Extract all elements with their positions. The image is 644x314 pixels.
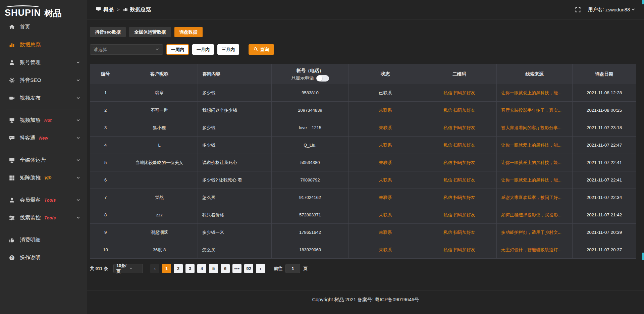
- scrollbar-thumb[interactable]: [642, 253, 644, 260]
- more-pages-button[interactable]: •••: [232, 264, 241, 273]
- filter-row: 请选择 一周内 一月内 三月内 查询: [90, 44, 636, 55]
- source-link[interactable]: 无主灯设计，智能磁吸轨道灯...: [497, 241, 573, 259]
- sidebar-item-video-publish[interactable]: 视频发布: [0, 89, 87, 107]
- source-link[interactable]: 客厅安装投影半年多了，真实...: [497, 102, 573, 119]
- sidebar-item-label: 抖音SEO: [20, 77, 41, 84]
- chevron-down-icon: [76, 157, 80, 163]
- qrcode-link[interactable]: 私信 扫码加好友: [422, 224, 497, 241]
- page-button-1[interactable]: 1: [162, 264, 171, 273]
- cell-account: Q_Liu.: [272, 137, 349, 154]
- sliders-icon: [9, 215, 15, 221]
- account-header-label: 帐号（电话）: [275, 66, 345, 75]
- page-button-3[interactable]: 3: [185, 264, 195, 273]
- source-link[interactable]: 让你一眼就爱上的黑科技，能...: [497, 137, 573, 154]
- scrollbar-thumb[interactable]: [642, 0, 644, 4]
- status-badge: 未联系: [349, 241, 422, 259]
- cell-nickname: zzz: [121, 206, 198, 224]
- cell-content: 说说价格让我死心: [198, 154, 272, 171]
- cell-nickname: 不可一世: [121, 102, 198, 119]
- sidebar-item-data-overview[interactable]: 数据总览: [0, 36, 87, 54]
- cell-account: 9583810: [272, 84, 349, 102]
- fullscreen-icon[interactable]: [575, 7, 581, 12]
- qrcode-link[interactable]: 私信 扫码加好友: [422, 102, 497, 119]
- user-icon: [9, 60, 15, 65]
- qrcode-link[interactable]: 私信 扫码加好友: [422, 171, 497, 189]
- qrcode-link[interactable]: 私信 扫码加好友: [422, 154, 497, 171]
- page-button-92[interactable]: 92: [244, 264, 253, 273]
- range-month-button[interactable]: 一月内: [192, 44, 214, 55]
- source-link[interactable]: 让你一眼就爱上的黑科技，能...: [497, 154, 573, 171]
- search-button[interactable]: 查询: [249, 44, 274, 55]
- goto-suffix: 页: [303, 266, 308, 272]
- sidebar-item-matrix-boost[interactable]: 矩阵助推 VIP: [0, 169, 87, 187]
- status-badge: 未联系: [349, 119, 422, 137]
- sidebar-item-account-mgmt[interactable]: 账号管理: [0, 54, 87, 71]
- source-link[interactable]: 感谢大家喜欢我家，被问了好...: [497, 189, 573, 206]
- goto-page-input[interactable]: [285, 264, 300, 273]
- app-window: SHUPIN 树品 首页 数据总览 账号管理: [0, 0, 644, 314]
- qrcode-link[interactable]: 私信 扫码加好友: [422, 84, 497, 102]
- new-badge: New: [39, 136, 48, 141]
- source-link[interactable]: 如何正确选择投影仪，买投影...: [497, 206, 573, 224]
- sidebar-item-home[interactable]: 首页: [0, 18, 87, 36]
- show-phone-toggle[interactable]: [316, 75, 329, 82]
- breadcrumb-app[interactable]: 树品: [96, 6, 114, 13]
- qrcode-link[interactable]: 私信 扫码加好友: [422, 137, 497, 154]
- chat-bubble-icon: [9, 135, 15, 141]
- logo-arc: [5, 5, 40, 9]
- sidebar-item-lead-monitor[interactable]: 线索监控 Tools: [0, 209, 87, 227]
- qrcode-link[interactable]: 私信 扫码加好友: [422, 119, 497, 137]
- cell-nickname: 潮起潮落: [121, 224, 198, 241]
- sidebar-item-member-leads[interactable]: 会员爆客 Tools: [0, 191, 87, 209]
- col-header-no: 编号: [90, 64, 121, 84]
- page-button-4[interactable]: 4: [197, 264, 206, 273]
- next-page-button[interactable]: ›: [256, 264, 265, 273]
- sidebar-divider: [6, 149, 81, 149]
- sidebar-item-omni-media[interactable]: 全媒体运营: [0, 151, 87, 169]
- cell-date: 2021-11-07 21:42: [573, 206, 636, 224]
- tab-omni-media-data[interactable]: 全媒体运营数据: [129, 27, 171, 37]
- qrcode-link[interactable]: 私信 扫码加好友: [422, 206, 497, 224]
- source-link[interactable]: 让你一眼就爱上的黑科技，能...: [497, 84, 573, 102]
- status-badge: 未联系: [349, 206, 422, 224]
- svg-text:?: ?: [11, 256, 13, 260]
- page-button-5[interactable]: 5: [209, 264, 218, 273]
- cell-date: 2021-11-07 20:37: [573, 241, 636, 259]
- cell-account: 183929060: [272, 241, 349, 259]
- sidebar-item-doukodong[interactable]: 抖客通 New: [0, 129, 87, 147]
- filter-select[interactable]: 请选择: [90, 44, 163, 55]
- question-circle-icon: ?: [9, 255, 15, 261]
- range-quarter-button[interactable]: 三月内: [217, 44, 239, 55]
- col-header-account: 帐号（电话） 只显示电话: [272, 64, 349, 84]
- page-button-6[interactable]: 6: [221, 264, 230, 273]
- range-week-button[interactable]: 一周内: [166, 44, 189, 55]
- chevron-down-icon: [76, 77, 80, 84]
- cell-nickname: 狐小狸: [121, 119, 198, 137]
- page-button-2[interactable]: 2: [174, 264, 183, 273]
- page-size-select[interactable]: 10条/页: [113, 264, 143, 273]
- status-badge: 未联系: [349, 224, 422, 241]
- user-menu[interactable]: 用户名: zswodun88: [588, 6, 635, 13]
- sidebar-item-douyin-seo[interactable]: 抖音SEO: [0, 71, 87, 89]
- tab-douyin-seo-data[interactable]: 抖音seo数据: [90, 27, 126, 37]
- table-row: 7 觉然 怎么买 917024162 未联系 私信 扫码加好友 感谢大家喜欢我家…: [90, 189, 636, 206]
- tools-badge: Tools: [44, 198, 56, 203]
- qrcode-link[interactable]: 私信 扫码加好友: [422, 241, 497, 259]
- sidebar-item-label: 线索监控: [20, 214, 41, 221]
- chevron-down-icon: [129, 266, 140, 271]
- source-link[interactable]: 多功能护栏灯，适用于乡村文...: [497, 224, 573, 241]
- copyright-text: Copyright 树品 2021 备案号: 粤ICP备09019646号: [312, 297, 419, 314]
- cell-account: 178651642: [272, 224, 349, 241]
- qrcode-link[interactable]: 私信 扫码加好友: [422, 189, 497, 206]
- source-link[interactable]: 让你一眼就爱上的黑科技，能...: [497, 171, 573, 189]
- status-badge: 未联系: [349, 189, 422, 206]
- chevron-down-icon: [631, 7, 635, 12]
- breadcrumb-page[interactable]: 数据总览: [123, 6, 151, 13]
- cell-nickname: 觉然: [121, 189, 198, 206]
- source-link[interactable]: 被大家追着问的客厅投影分享...: [497, 119, 573, 137]
- tab-inquiry-data[interactable]: 询盘数据: [174, 27, 203, 37]
- sidebar-item-help[interactable]: ? 操作说明: [0, 249, 87, 267]
- sidebar-item-expense-detail[interactable]: 消费明细: [0, 231, 87, 249]
- prev-page-button[interactable]: ‹: [150, 264, 159, 273]
- sidebar-item-video-heat[interactable]: 视频加热 Hot: [0, 111, 87, 129]
